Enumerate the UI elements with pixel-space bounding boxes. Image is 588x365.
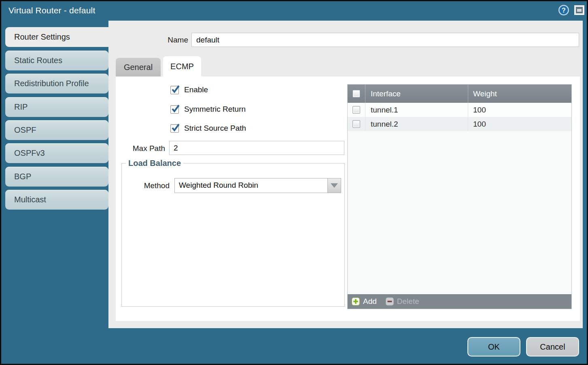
column-header-weight[interactable]: Weight bbox=[468, 85, 571, 103]
delete-button[interactable]: Delete bbox=[386, 297, 419, 306]
plus-icon bbox=[352, 297, 360, 306]
content-area: Name General ECMP Enable Symmetric Retur… bbox=[108, 21, 583, 328]
max-path-input[interactable] bbox=[169, 141, 344, 155]
sidebar-item-router-settings[interactable]: Router Settings bbox=[5, 27, 108, 47]
name-input[interactable] bbox=[191, 33, 579, 47]
chevron-down-icon bbox=[331, 183, 338, 188]
row-checkbox[interactable] bbox=[352, 120, 360, 128]
column-header-interface[interactable]: Interface bbox=[365, 85, 468, 103]
symmetric-return-row: Symmetric Return bbox=[170, 105, 246, 114]
enable-checkbox[interactable] bbox=[170, 86, 179, 94]
load-balance-legend: Load Balance bbox=[126, 159, 183, 168]
enable-row: Enable bbox=[170, 85, 208, 94]
symmetric-return-checkbox[interactable] bbox=[170, 105, 179, 114]
enable-label: Enable bbox=[184, 85, 208, 94]
interface-table: Interface Weight tunnel.1 100 tunnel.2 1… bbox=[347, 84, 572, 309]
strict-source-path-row: Strict Source Path bbox=[170, 124, 246, 133]
sidebar-item-rip[interactable]: RIP bbox=[5, 97, 108, 117]
max-path-label: Max Path bbox=[116, 144, 165, 153]
window-icon[interactable] bbox=[574, 5, 584, 15]
sidebar-item-bgp[interactable]: BGP bbox=[5, 167, 108, 187]
sidebar-item-redistribution-profile[interactable]: Redistribution Profile bbox=[5, 74, 108, 93]
delete-button-label: Delete bbox=[397, 297, 419, 306]
ecmp-tab-panel: Enable Symmetric Return Strict Source Pa… bbox=[116, 76, 580, 321]
sidebar-item-ospfv3[interactable]: OSPFv3 bbox=[5, 143, 108, 163]
cell-interface: tunnel.2 bbox=[365, 117, 468, 131]
table-empty-area bbox=[348, 131, 571, 294]
cell-weight: 100 bbox=[468, 117, 571, 131]
tab-general[interactable]: General bbox=[116, 58, 161, 76]
load-balance-fieldset: Load Balance Method Weighted Round Robin bbox=[121, 159, 345, 307]
method-select[interactable]: Weighted Round Robin bbox=[174, 178, 341, 193]
cell-weight: 100 bbox=[468, 103, 571, 117]
cell-interface: tunnel.1 bbox=[365, 103, 468, 117]
strict-source-path-checkbox[interactable] bbox=[170, 124, 179, 133]
svg-text:?: ? bbox=[562, 7, 566, 14]
strict-source-path-label: Strict Source Path bbox=[184, 124, 246, 133]
table-header: Interface Weight bbox=[348, 85, 571, 103]
table-row[interactable]: tunnel.1 100 bbox=[348, 103, 571, 117]
sidebar-item-multicast[interactable]: Multicast bbox=[5, 190, 108, 210]
method-dropdown-button[interactable] bbox=[327, 178, 341, 193]
help-icon[interactable]: ? bbox=[558, 4, 569, 16]
cancel-button[interactable]: Cancel bbox=[526, 337, 579, 357]
table-footer: Add Delete bbox=[348, 294, 571, 309]
dialog-title: Virtual Router - default bbox=[8, 6, 96, 15]
sidebar-item-ospf[interactable]: OSPF bbox=[5, 120, 108, 140]
tab-ecmp[interactable]: ECMP bbox=[163, 56, 201, 77]
virtual-router-dialog: Virtual Router - default ? Router Settin… bbox=[0, 0, 588, 365]
row-checkbox[interactable] bbox=[352, 106, 360, 114]
minus-icon bbox=[386, 297, 394, 306]
add-button-label: Add bbox=[363, 297, 377, 306]
ok-button[interactable]: OK bbox=[467, 337, 520, 357]
method-select-value: Weighted Round Robin bbox=[179, 181, 258, 190]
method-label: Method bbox=[122, 181, 170, 190]
table-row[interactable]: tunnel.2 100 bbox=[348, 117, 571, 131]
name-label: Name bbox=[143, 36, 188, 45]
symmetric-return-label: Symmetric Return bbox=[184, 105, 246, 114]
add-button[interactable]: Add bbox=[352, 297, 377, 306]
select-all-checkbox[interactable] bbox=[352, 90, 360, 98]
sidebar-item-static-routes[interactable]: Static Routes bbox=[5, 51, 108, 70]
